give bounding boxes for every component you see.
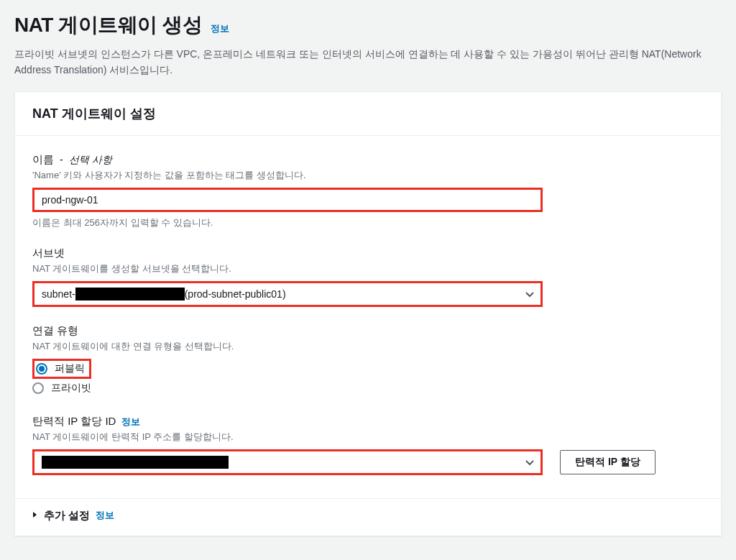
info-link-eip[interactable]: 정보 [121,416,140,428]
radio-public-label: 퍼블릭 [55,362,85,375]
radio-control-private [32,382,44,394]
page-description: 프라이빗 서브넷의 인스턴스가 다른 VPC, 온프레미스 네트워크 또는 인터… [14,46,722,78]
connectivity-field: 연결 유형 NAT 게이트웨이에 대한 연결 유형을 선택합니다. 퍼블릭 [32,324,704,398]
panel-header: NAT 게이트웨이 설정 [15,92,721,136]
name-description: 'Name' 키와 사용자가 지정하는 값을 포함하는 태그를 생성합니다. [32,169,704,182]
connectivity-label: 연결 유형 [32,324,704,338]
chevron-down-icon [525,456,534,468]
eip-select[interactable] [32,449,543,475]
panel-title: NAT 게이트웨이 설정 [32,105,704,122]
chevron-down-icon [525,288,534,300]
eip-field: 탄력적 IP 할당 ID 정보 NAT 게이트웨이에 탄력적 IP 주소를 할당… [32,415,704,475]
radio-private-label: 프라이빗 [51,382,91,395]
radio-control-public [36,363,47,375]
radio-dot-icon [39,366,45,372]
subnet-id-redacted [75,288,185,300]
radio-private[interactable]: 프라이빗 [32,379,704,398]
subnet-label: 서브넷 [32,247,704,260]
connectivity-description: NAT 게이트웨이에 대한 연결 유형을 선택합니다. [32,340,704,353]
radio-public[interactable]: 퍼블릭 [36,362,85,375]
subnet-select[interactable]: subnet- (prod-subnet-public01) [32,281,543,307]
settings-panel: NAT 게이트웨이 설정 이름 - 선택 사항 'Name' 키와 사용자가 지… [14,91,722,536]
subnet-suffix: (prod-subnet-public01) [185,288,286,300]
caret-right-icon [32,511,38,520]
subnet-prefix: subnet- [42,288,75,300]
allocate-eip-button[interactable]: 탄력적 IP 할당 [560,450,656,474]
eip-description: NAT 게이트웨이에 탄력적 IP 주소를 할당합니다. [32,431,704,444]
name-label: 이름 [32,153,54,167]
page-header: NAT 게이트웨이 생성 정보 프라이빗 서브넷의 인스턴스가 다른 VPC, … [14,12,722,78]
info-link-expand[interactable]: 정보 [96,509,114,522]
info-link-header[interactable]: 정보 [211,22,229,35]
name-optional: 선택 사항 [69,154,112,167]
name-field: 이름 - 선택 사항 'Name' 키와 사용자가 지정하는 값을 포함하는 태… [32,153,704,229]
subnet-field: 서브넷 NAT 게이트웨이를 생성할 서브넷을 선택합니다. subnet- (… [32,247,704,307]
additional-settings-toggle[interactable]: 추가 설정 정보 [15,498,721,536]
additional-settings-label: 추가 설정 [44,509,90,523]
page-title: NAT 게이트웨이 생성 [14,12,202,39]
name-help: 이름은 최대 256자까지 입력할 수 있습니다. [32,216,704,229]
eip-label: 탄력적 IP 할당 ID [32,415,116,428]
eip-value-redacted [42,456,229,469]
name-input[interactable] [32,188,543,212]
subnet-description: NAT 게이트웨이를 생성할 서브넷을 선택합니다. [32,262,704,275]
